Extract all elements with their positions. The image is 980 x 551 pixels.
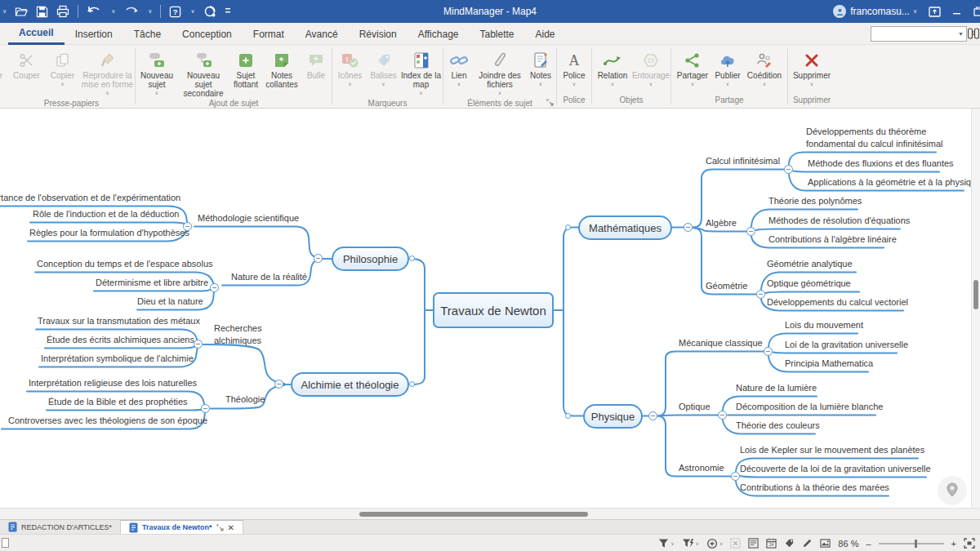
topic[interactable]: Interprétation symbolique de l'alchimie — [41, 353, 194, 363]
status-left-box[interactable] — [2, 538, 9, 548]
topic[interactable]: Méthode des fluxions et des fluantes — [808, 158, 954, 168]
collapse-marker[interactable] — [274, 380, 283, 389]
coediting-button[interactable]: Coédition ∨ — [744, 48, 785, 89]
topic[interactable]: Lois de Kepler sur le mouvement des plan… — [740, 445, 924, 455]
restore-icon[interactable] — [973, 7, 980, 16]
tab-affichage[interactable]: Affichage — [408, 23, 470, 45]
horizontal-scrollbar[interactable] — [0, 508, 980, 519]
topic[interactable]: Applications à la géométrie et à la phys… — [808, 177, 980, 187]
subtopic[interactable]: Calcul infinitésimal — [706, 156, 780, 166]
format-painter-button[interactable]: Reproduire la mise en forme ∨ — [81, 48, 135, 98]
image-icon[interactable] — [820, 538, 831, 549]
map-canvas[interactable]: Travaux de Newton Philosophie Alchimie e… — [0, 109, 980, 508]
vertical-scrollbar-thumb[interactable] — [973, 280, 978, 309]
refresh-button[interactable]: ∨ — [706, 538, 723, 549]
topic[interactable]: Loi de la gravitation universelle — [785, 340, 908, 349]
tab-tache[interactable]: Tâche — [123, 23, 172, 45]
sticky-notes-button[interactable]: Notes collantes — [263, 48, 301, 89]
delete-button[interactable]: Supprimer ∨ — [790, 48, 834, 89]
collapse-marker[interactable] — [201, 404, 210, 413]
binoculars-icon[interactable] — [968, 27, 979, 40]
doc-tab-redaction[interactable]: REDACTION D'ARTICLES* — [0, 520, 121, 534]
notes-button[interactable]: Notes ∨ — [526, 48, 555, 89]
new-subtopic-button[interactable]: Nouveau sujet secondaire — [178, 48, 229, 98]
topic[interactable]: Déterminisme et libre arbitre — [96, 278, 208, 287]
zoom-in-button[interactable]: + — [951, 539, 956, 549]
subtopic[interactable]: Algèbre — [706, 218, 737, 228]
tab-revision[interactable]: Révision — [349, 23, 408, 45]
subtopic[interactable]: Théologie — [225, 394, 265, 404]
collapse-marker[interactable] — [731, 472, 740, 481]
paste-button[interactable]: Coller — [0, 48, 8, 80]
collapse-marker[interactable] — [764, 347, 773, 356]
tags-button[interactable]: Balises ∨ — [368, 48, 400, 89]
tab-insertion[interactable]: Insertion — [65, 23, 123, 45]
topic[interactable]: Étude des écrits alchimiques anciens — [47, 335, 194, 344]
main-topic-alchimie-et-theologie[interactable]: Alchimie et théologie — [291, 372, 409, 397]
account-menu[interactable]: francomasu... ∨ — [833, 5, 917, 18]
topic[interactable]: Géométrie analytique — [767, 259, 853, 269]
copy-button[interactable]: Copier ∨ — [45, 48, 81, 89]
search-input[interactable]: ▼ — [871, 26, 967, 42]
topic[interactable]: Principia Mathematica — [785, 358, 873, 368]
subtopic[interactable]: Nature de la réalité — [231, 272, 307, 282]
publish-button[interactable]: Publier ∨ — [711, 48, 744, 89]
main-topic-mathematiques[interactable]: Mathématiques — [578, 216, 672, 240]
topic[interactable]: Dieu et la nature — [137, 296, 203, 306]
subtopic[interactable]: Recherches alchimiques — [214, 322, 266, 347]
topic[interactable]: Théorie des polynômes — [768, 196, 862, 206]
topic[interactable]: Méthodes de résolution d'équations — [768, 216, 910, 225]
topic[interactable]: Contributions à la théorie des marées — [740, 482, 889, 492]
tab-conception[interactable]: Conception — [172, 23, 243, 45]
callout-button[interactable]: Bulle — [301, 48, 332, 80]
fit-selection-icon[interactable] — [730, 538, 741, 549]
close-tab-icon[interactable]: ✕ — [228, 523, 234, 532]
collapse-marker[interactable] — [746, 227, 755, 236]
topic-handle[interactable] — [409, 381, 415, 387]
subtopic[interactable]: Optique — [679, 402, 710, 411]
collapse-marker[interactable] — [210, 283, 219, 292]
subtopic[interactable]: Mécanique classique — [679, 338, 763, 348]
tab-accueil[interactable]: Accueil — [8, 23, 65, 45]
presentation-icon[interactable] — [929, 7, 941, 17]
fit-map-icon[interactable] — [964, 538, 975, 549]
attach-files-button[interactable]: Joindre des fichiers ∨ — [474, 48, 526, 98]
topic[interactable]: Règles pour la formulation d'hypothèses — [29, 228, 189, 238]
horizontal-scrollbar-thumb[interactable] — [359, 512, 588, 517]
tab-format[interactable]: Format — [243, 23, 295, 45]
location-pin-button[interactable] — [938, 476, 967, 505]
topic[interactable]: Développements du calcul vectoriel — [767, 297, 908, 307]
link-button[interactable]: Lien ∨ — [444, 48, 474, 89]
tab-avance[interactable]: Avancé — [295, 23, 349, 45]
power-filter-button[interactable]: ∨ — [682, 538, 699, 549]
topic-handle[interactable] — [409, 256, 415, 261]
topic[interactable]: Lois du mouvement — [785, 320, 863, 330]
icons-marker-button[interactable]: ! Icônes ∨ — [333, 48, 368, 89]
topic[interactable]: Optique géométrique — [767, 278, 851, 288]
collapse-marker[interactable] — [648, 411, 657, 420]
topic[interactable]: Décomposition de la lumière blanche — [736, 402, 883, 411]
collapse-marker[interactable] — [756, 290, 765, 299]
popout-tab-icon[interactable] — [216, 524, 224, 531]
main-topic-physique[interactable]: Physique — [583, 404, 643, 429]
tags-icon[interactable] — [784, 538, 795, 549]
subtopic[interactable]: Géométrie — [706, 281, 747, 291]
tab-tablette[interactable]: Tablette — [469, 23, 524, 45]
collapse-marker[interactable] — [718, 411, 727, 420]
collapse-marker[interactable] — [784, 165, 793, 174]
topic[interactable]: Découverte de la loi de la gravitation u… — [740, 464, 931, 473]
topic[interactable]: Nature de la lumière — [736, 383, 817, 393]
share-button[interactable]: Partager ∨ — [674, 48, 711, 89]
cut-button[interactable]: Couper — [9, 48, 45, 80]
collapse-marker[interactable] — [314, 254, 323, 263]
font-button[interactable]: A Police ∨ — [559, 48, 590, 89]
tab-aide[interactable]: Aide — [525, 23, 566, 45]
topic[interactable]: Interprétation religieuse des lois natur… — [29, 378, 197, 388]
topic-handle[interactable] — [565, 413, 571, 419]
topic[interactable]: Développements du théorème fondamental d… — [806, 126, 950, 150]
calendar-icon[interactable]: 24 — [766, 538, 777, 549]
topic[interactable]: Étude de la Bible et des prophéties — [48, 397, 188, 407]
collapse-marker[interactable] — [684, 223, 693, 232]
boundary-button[interactable]: Entourage ∨ — [632, 48, 670, 89]
topic[interactable]: Travaux sur la transmutation des métaux — [38, 316, 200, 326]
